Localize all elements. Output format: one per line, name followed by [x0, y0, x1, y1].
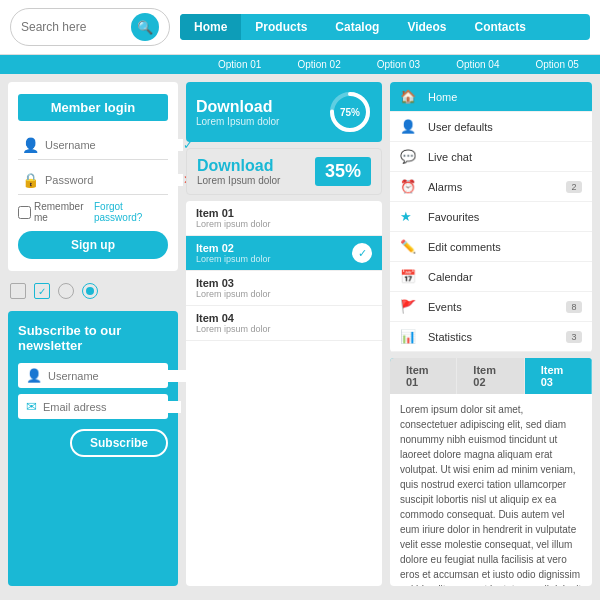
download-2-title: Download — [197, 157, 280, 175]
username-input[interactable] — [45, 139, 183, 151]
list-item-2[interactable]: Item 02 Lorem ipsum dolor ✓ — [186, 236, 382, 271]
menu-item-favourites[interactable]: ★ Favourites — [390, 202, 592, 232]
menu-item-home[interactable]: 🏠 Home — [390, 82, 592, 112]
login-title: Member login — [18, 94, 168, 121]
search-button[interactable]: 🔍 — [131, 13, 159, 41]
alarms-badge: 2 — [566, 181, 582, 193]
tab-item-02[interactable]: Item 02 — [457, 358, 524, 394]
list-item-2-check: ✓ — [352, 243, 372, 263]
tabs-header: Item 01 Item 02 Item 03 — [390, 358, 592, 394]
nl-email-input[interactable] — [43, 401, 181, 413]
menu-label-statistics: Statistics — [428, 331, 566, 343]
download-1-title: Download — [196, 98, 279, 116]
download-2-text: Download Lorem Ipsum dolor — [197, 157, 280, 186]
right-panel: 🏠 Home 👤 User defaults 💬 Live chat ⏰ Ala… — [390, 82, 592, 586]
statistics-icon: 📊 — [400, 329, 420, 344]
list-item-3-content: Item 03 Lorem ipsum dolor — [196, 277, 271, 299]
list-item-4[interactable]: Item 04 Lorem ipsum dolor — [186, 306, 382, 341]
top-bar: 🔍 Home Products Catalog Videos Contacts — [0, 0, 600, 55]
list-item-2-sub: Lorem ipsum dolor — [196, 254, 271, 264]
nl-user-icon: 👤 — [26, 368, 42, 383]
user-icon: 👤 — [22, 137, 39, 153]
progress-circle-75: 75% — [328, 90, 372, 134]
sub-nav: Option 01 Option 02 Option 03 Option 04 … — [0, 55, 600, 74]
login-box: Member login 👤 ✓ 🔒 ✕ Remember me Forgot … — [8, 82, 178, 271]
list-item-3[interactable]: Item 03 Lorem ipsum dolor — [186, 271, 382, 306]
sidebar-menu: 🏠 Home 👤 User defaults 💬 Live chat ⏰ Ala… — [390, 82, 592, 352]
nav-catalog[interactable]: Catalog — [321, 14, 393, 40]
edit-comments-icon: ✏️ — [400, 239, 420, 254]
remember-checkbox[interactable] — [18, 206, 31, 219]
download-banner-1: Download Lorem Ipsum dolor 75% — [186, 82, 382, 142]
live-chat-icon: 💬 — [400, 149, 420, 164]
tab-item-01[interactable]: Item 01 — [390, 358, 457, 394]
checkbox-checked[interactable]: ✓ — [34, 283, 50, 299]
user-defaults-icon: 👤 — [400, 119, 420, 134]
menu-label-edit-comments: Edit comments — [428, 241, 582, 253]
sub-nav-1[interactable]: Option 01 — [200, 57, 279, 72]
nav-bar: Home Products Catalog Videos Contacts — [180, 14, 590, 40]
nav-home[interactable]: Home — [180, 14, 241, 40]
item-list: Item 01 Lorem ipsum dolor Item 02 Lorem … — [186, 201, 382, 586]
list-item-4-title: Item 04 — [196, 312, 271, 324]
newsletter-title: Subscribe to our newsletter — [18, 323, 168, 353]
menu-label-calendar: Calendar — [428, 271, 582, 283]
events-icon: 🚩 — [400, 299, 420, 314]
forgot-password-link[interactable]: Forgot password? — [94, 201, 168, 223]
sub-nav-4[interactable]: Option 04 — [438, 57, 517, 72]
menu-item-alarms[interactable]: ⏰ Alarms 2 — [390, 172, 592, 202]
menu-item-edit-comments[interactable]: ✏️ Edit comments — [390, 232, 592, 262]
favourites-icon: ★ — [400, 209, 420, 224]
left-panel: Member login 👤 ✓ 🔒 ✕ Remember me Forgot … — [8, 82, 178, 586]
menu-item-user-defaults[interactable]: 👤 User defaults — [390, 112, 592, 142]
newsletter-box: Subscribe to our newsletter 👤 ✉ Subscrib… — [8, 311, 178, 586]
remember-row: Remember me Forgot password? — [18, 201, 168, 223]
calendar-icon: 📅 — [400, 269, 420, 284]
list-item-4-content: Item 04 Lorem ipsum dolor — [196, 312, 271, 334]
password-input[interactable] — [45, 174, 183, 186]
list-item-2-content: Item 02 Lorem ipsum dolor — [196, 242, 271, 264]
radio-empty[interactable] — [58, 283, 74, 299]
download-1-sub: Lorem Ipsum dolor — [196, 116, 279, 127]
menu-item-calendar[interactable]: 📅 Calendar — [390, 262, 592, 292]
search-input[interactable] — [21, 20, 131, 34]
alarms-icon: ⏰ — [400, 179, 420, 194]
list-item-1-title: Item 01 — [196, 207, 271, 219]
main-content: Member login 👤 ✓ 🔒 ✕ Remember me Forgot … — [0, 74, 600, 594]
sub-nav-3[interactable]: Option 03 — [359, 57, 438, 72]
menu-item-events[interactable]: 🚩 Events 8 — [390, 292, 592, 322]
menu-label-user-defaults: User defaults — [428, 121, 582, 133]
list-item-3-sub: Lorem ipsum dolor — [196, 289, 271, 299]
menu-label-alarms: Alarms — [428, 181, 566, 193]
menu-item-live-chat[interactable]: 💬 Live chat — [390, 142, 592, 172]
nav-contacts[interactable]: Contacts — [461, 14, 540, 40]
list-item-1[interactable]: Item 01 Lorem ipsum dolor — [186, 201, 382, 236]
nl-username-input[interactable] — [48, 370, 186, 382]
statistics-badge: 3 — [566, 331, 582, 343]
list-item-4-sub: Lorem ipsum dolor — [196, 324, 271, 334]
menu-label-home: Home — [428, 91, 582, 103]
nav-products[interactable]: Products — [241, 14, 321, 40]
sub-nav-2[interactable]: Option 02 — [279, 57, 358, 72]
lock-icon: 🔒 — [22, 172, 39, 188]
download-1-text: Download Lorem Ipsum dolor — [196, 98, 279, 127]
sub-nav-5[interactable]: Option 05 — [518, 57, 597, 72]
sign-up-button[interactable]: Sign up — [18, 231, 168, 259]
list-item-1-sub: Lorem ipsum dolor — [196, 219, 271, 229]
tabs-content: Lorem ipsum dolor sit amet, consectetuer… — [390, 394, 592, 586]
home-icon: 🏠 — [400, 89, 420, 104]
tabs-section: Item 01 Item 02 Item 03 Lorem ipsum dolo… — [390, 358, 592, 586]
subscribe-button[interactable]: Subscribe — [70, 429, 168, 457]
radio-selected[interactable] — [82, 283, 98, 299]
menu-item-statistics[interactable]: 📊 Statistics 3 — [390, 322, 592, 352]
checkbox-empty[interactable] — [10, 283, 26, 299]
nl-email-icon: ✉ — [26, 399, 37, 414]
form-controls: ✓ — [8, 279, 178, 303]
list-item-1-content: Item 01 Lorem ipsum dolor — [196, 207, 271, 229]
tab-item-03[interactable]: Item 03 — [525, 358, 592, 394]
nav-videos[interactable]: Videos — [393, 14, 460, 40]
mid-panel: Download Lorem Ipsum dolor 75% Download … — [186, 82, 382, 586]
remember-label[interactable]: Remember me — [18, 201, 94, 223]
events-badge: 8 — [566, 301, 582, 313]
list-item-2-title: Item 02 — [196, 242, 271, 254]
